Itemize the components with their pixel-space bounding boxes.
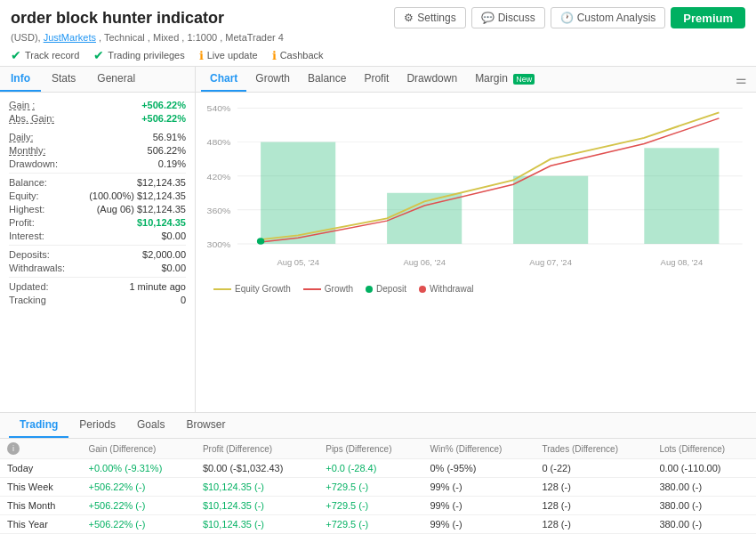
col-win: Win% (Difference) bbox=[423, 439, 535, 459]
abs-gain-row: Abs. Gain: +506.22% bbox=[9, 113, 186, 124]
abs-gain-label[interactable]: Abs. Gain: bbox=[9, 113, 54, 124]
gain-month: +506.22% (-) bbox=[81, 497, 195, 515]
comment-icon: 💬 bbox=[481, 12, 495, 24]
deposit-dot bbox=[257, 238, 264, 245]
pips-today: +0.0 (-28.4) bbox=[318, 459, 422, 478]
bottom-tab-browser[interactable]: Browser bbox=[175, 413, 236, 438]
chart-tab-balance[interactable]: Balance bbox=[299, 67, 355, 92]
clock-icon: 🕐 bbox=[560, 12, 574, 24]
table-row: This Week +506.22% (-) $10,124.35 (-) +7… bbox=[0, 478, 756, 497]
bottom-tab-trading[interactable]: Trading bbox=[9, 413, 68, 438]
profit-row: Profit: $10,124.35 bbox=[9, 217, 186, 228]
deposits-label: Deposits: bbox=[9, 249, 50, 260]
trading-table: i Gain (Difference) Profit (Difference) … bbox=[0, 439, 756, 534]
svg-text:540%: 540% bbox=[207, 104, 231, 113]
bottom-tab-periods[interactable]: Periods bbox=[68, 413, 126, 438]
balance-value: $12,124.35 bbox=[137, 177, 186, 188]
equity-value: (100.00%) $12,124.35 bbox=[89, 190, 186, 201]
info-icon: ℹ bbox=[199, 49, 204, 62]
chart-tab-drawdown[interactable]: Drawdown bbox=[398, 67, 466, 92]
table-info-icon[interactable]: i bbox=[7, 442, 20, 455]
cashback-badge: ℹ Cashback bbox=[272, 49, 324, 62]
col-pips: Pips (Difference) bbox=[318, 439, 422, 459]
monthly-row: Monthly: 506.22% bbox=[9, 145, 186, 156]
settings-button[interactable]: ⚙ Settings bbox=[394, 7, 465, 28]
chart-area: 540% 480% 420% 360% 300% bbox=[196, 93, 756, 412]
chart-tabs-row: Chart Growth Balance Profit Drawdown Mar… bbox=[196, 67, 756, 93]
svg-text:Aug 05, '24: Aug 05, '24 bbox=[277, 258, 319, 266]
growth-line-legend bbox=[303, 288, 321, 290]
svg-text:Aug 06, '24: Aug 06, '24 bbox=[403, 258, 446, 266]
table-row: This Month +506.22% (-) $10,124.35 (-) +… bbox=[0, 497, 756, 515]
withdrawals-value: $0.00 bbox=[161, 263, 186, 273]
monthly-label[interactable]: Monthly: bbox=[9, 145, 46, 156]
discuss-button[interactable]: 💬 Discuss bbox=[471, 7, 545, 28]
custom-analysis-button[interactable]: 🕐 Custom Analysis bbox=[551, 7, 666, 28]
drawdown-value: 0.19% bbox=[158, 158, 186, 169]
check-icon: ✔ bbox=[11, 48, 21, 62]
interest-value: $0.00 bbox=[161, 231, 186, 241]
daily-value: 56.91% bbox=[153, 132, 186, 142]
profit-value: $10,124.35 bbox=[137, 217, 186, 228]
gain-row: Gain : +506.22% bbox=[9, 100, 186, 110]
tracking-row: Tracking 0 bbox=[9, 295, 186, 305]
track-record-badge: ✔ Track record bbox=[11, 48, 79, 62]
bottom-tab-goals[interactable]: Goals bbox=[126, 413, 175, 438]
period-week: This Week bbox=[0, 478, 81, 497]
withdrawals-label: Withdrawals: bbox=[9, 263, 65, 273]
trades-today: 0 (-22) bbox=[535, 459, 652, 478]
deposits-row: Deposits: $2,000.00 bbox=[9, 249, 186, 260]
daily-label[interactable]: Daily: bbox=[9, 132, 34, 142]
tab-general[interactable]: General bbox=[86, 67, 146, 92]
table-header-row: i Gain (Difference) Profit (Difference) … bbox=[0, 439, 756, 459]
check-icon: ✔ bbox=[93, 48, 104, 62]
highest-label: Highest: bbox=[9, 204, 44, 214]
badge-row: ✔ Track record ✔ Trading privileges ℹ Li… bbox=[11, 48, 745, 62]
balance-row: Balance: $12,124.35 bbox=[9, 177, 186, 188]
chart-tab-profit[interactable]: Profit bbox=[355, 67, 398, 92]
period-today: Today bbox=[0, 459, 81, 478]
gain-today: +0.00% (-9.31%) bbox=[81, 459, 195, 478]
trades-year: 128 (-) bbox=[535, 515, 652, 534]
updated-row: Updated: 1 minute ago bbox=[9, 281, 186, 292]
tab-info[interactable]: Info bbox=[0, 67, 41, 92]
svg-text:480%: 480% bbox=[207, 138, 231, 147]
period-month: This Month bbox=[0, 497, 81, 515]
trading-privileges-badge: ✔ Trading privileges bbox=[93, 48, 184, 62]
lots-month: 380.00 (-) bbox=[652, 497, 756, 515]
chart-tab-growth[interactable]: Growth bbox=[246, 67, 299, 92]
chart-tab-margin[interactable]: Margin New bbox=[466, 67, 543, 92]
updated-label: Updated: bbox=[9, 281, 49, 292]
trades-month: 128 (-) bbox=[535, 497, 652, 515]
monthly-value: 506.22% bbox=[148, 145, 186, 156]
equity-row: Equity: (100.00%) $12,124.35 bbox=[9, 190, 186, 201]
page-title: order block hunter indicator bbox=[11, 9, 224, 28]
gain-label[interactable]: Gain : bbox=[9, 100, 35, 110]
col-profit: Profit (Difference) bbox=[196, 439, 318, 459]
lots-today: 0.00 (-110.00) bbox=[652, 459, 756, 478]
info-panel: Gain : +506.22% Abs. Gain: +506.22% Dail… bbox=[0, 93, 195, 412]
chart-filter-icon[interactable]: ⚌ bbox=[732, 69, 751, 90]
new-badge: New bbox=[513, 74, 535, 85]
svg-text:360%: 360% bbox=[207, 206, 231, 214]
profit-today: $0.00 (-$1,032.43) bbox=[196, 459, 318, 478]
premium-button[interactable]: Premium bbox=[671, 7, 745, 28]
left-tabs: Info Stats General bbox=[0, 67, 195, 93]
chart-legend: Equity Growth Growth Deposit Withdrawal bbox=[205, 280, 747, 297]
broker-link[interactable]: JustMarkets bbox=[44, 32, 96, 43]
highest-value: (Aug 06) $12,124.35 bbox=[97, 204, 186, 214]
deposit-dot-legend bbox=[366, 286, 373, 293]
abs-gain-value: +506.22% bbox=[141, 113, 186, 124]
chart-tab-chart[interactable]: Chart bbox=[201, 67, 246, 92]
gain-week: +506.22% (-) bbox=[81, 478, 195, 497]
header-action-buttons: ⚙ Settings 💬 Discuss 🕐 Custom Analysis P… bbox=[394, 7, 745, 28]
chart-svg: 540% 480% 420% 360% 300% bbox=[205, 100, 747, 278]
col-lots: Lots (Difference) bbox=[652, 439, 756, 459]
info-icon: ℹ bbox=[272, 49, 277, 62]
tab-stats[interactable]: Stats bbox=[41, 67, 86, 92]
table-row: Today +0.00% (-9.31%) $0.00 (-$1,032.43)… bbox=[0, 459, 756, 478]
withdrawals-row: Withdrawals: $0.00 bbox=[9, 263, 186, 273]
lots-week: 380.00 (-) bbox=[652, 478, 756, 497]
updated-value: 1 minute ago bbox=[129, 281, 186, 292]
win-month: 99% (-) bbox=[423, 497, 535, 515]
